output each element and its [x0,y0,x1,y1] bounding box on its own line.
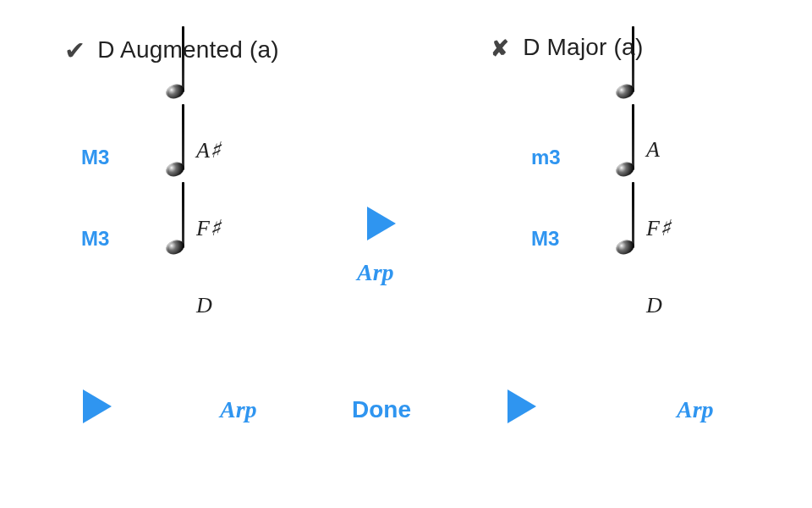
done-button[interactable]: Done [352,396,411,423]
note-right-top-label: A [646,137,660,163]
interval-right-top: m3 [531,146,561,169]
right-title: ✘ D Major (a) [491,34,643,61]
note-left-top-label: A♯ [196,137,221,163]
interval-left-top: M3 [81,146,109,169]
play-right-button[interactable] [508,389,536,423]
play-left-button[interactable] [83,389,112,423]
note-left-mid-label: F♯ [196,215,221,241]
left-title: ✔ D Augmented (a) [64,34,279,64]
interval-right-bottom: M3 [531,227,559,251]
correct-icon: ✔ [64,36,85,64]
arp-left-button[interactable]: Arp [220,396,257,423]
right-title-text: D Major (a) [523,34,643,60]
left-title-text: D Augmented (a) [97,36,279,63]
arp-right-button[interactable]: Arp [677,396,714,423]
interval-left-bottom: M3 [81,227,109,251]
play-center-button[interactable] [367,207,396,240]
note-left-bot-label: D [196,293,212,318]
incorrect-icon: ✘ [491,36,509,61]
note-right-mid-label: F♯ [646,215,671,241]
arp-center-button[interactable]: Arp [357,259,394,286]
note-right-bot-label: D [646,293,662,318]
